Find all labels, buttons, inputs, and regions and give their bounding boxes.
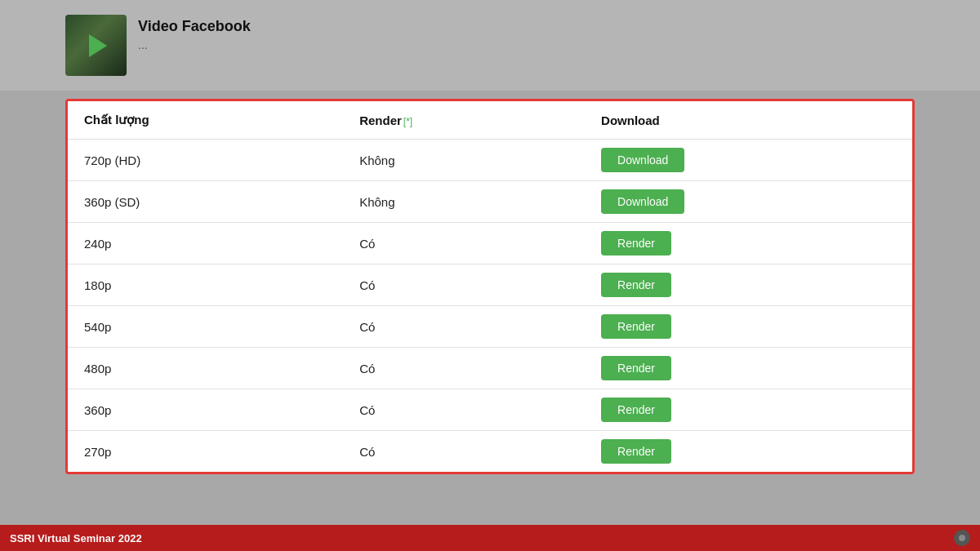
table-row: 360pCóRender xyxy=(68,389,912,431)
action-cell: Render xyxy=(585,264,912,306)
play-icon xyxy=(89,34,107,57)
action-cell: Render xyxy=(585,431,912,473)
render-cell: Có xyxy=(343,348,585,389)
quality-cell: 540p xyxy=(68,306,343,348)
render-cell: Có xyxy=(343,223,585,264)
quality-cell: 480p xyxy=(68,348,343,389)
render-cell: Có xyxy=(343,264,585,306)
col-header-quality: Chất lượng xyxy=(68,101,343,140)
action-cell: Render xyxy=(585,348,912,389)
render-cell: Không xyxy=(343,181,585,223)
quality-cell: 240p xyxy=(68,223,343,264)
render-button[interactable]: Render xyxy=(601,439,671,464)
video-subtitle: ... xyxy=(138,38,251,51)
table-row: 180pCóRender xyxy=(68,264,912,306)
bottom-bar: SSRI Virtual Seminar 2022 xyxy=(0,525,980,551)
action-cell: Download xyxy=(585,140,912,181)
quality-table: Chất lượng Render[*] Download 720p (HD)K… xyxy=(68,101,912,472)
bottom-bar-text: SSRI Virtual Seminar 2022 xyxy=(10,532,142,544)
action-cell: Render xyxy=(585,306,912,348)
table-row: 240pCóRender xyxy=(68,223,912,264)
bottom-bar-dot-inner xyxy=(959,535,965,541)
table-row: 540pCóRender xyxy=(68,306,912,348)
video-header: Video Facebook ... xyxy=(0,0,980,91)
action-cell: Render xyxy=(585,223,912,264)
quality-cell: 180p xyxy=(68,264,343,306)
render-cell: Có xyxy=(343,389,585,431)
quality-cell: 270p xyxy=(68,431,343,473)
action-cell: Download xyxy=(585,181,912,223)
render-cell: Có xyxy=(343,431,585,473)
table-row: 720p (HD)KhôngDownload xyxy=(68,140,912,181)
render-button[interactable]: Render xyxy=(601,398,671,422)
table-row: 270pCóRender xyxy=(68,431,912,473)
video-thumbnail xyxy=(65,15,127,76)
action-cell: Render xyxy=(585,389,912,431)
page-background: Video Facebook ... Chất lượng Render[*] … xyxy=(0,0,980,551)
table-row: 360p (SD)KhôngDownload xyxy=(68,181,912,223)
video-title: Video Facebook xyxy=(138,18,251,35)
col-header-download: Download xyxy=(585,101,912,140)
quality-cell: 360p xyxy=(68,389,343,431)
col-header-render: Render[*] xyxy=(343,101,585,140)
download-button[interactable]: Download xyxy=(601,189,684,214)
table-row: 480pCóRender xyxy=(68,348,912,389)
bottom-bar-dot xyxy=(954,530,970,546)
quality-table-container: Chất lượng Render[*] Download 720p (HD)K… xyxy=(65,99,915,474)
render-note: [*] xyxy=(403,116,412,127)
quality-cell: 360p (SD) xyxy=(68,181,343,223)
download-button[interactable]: Download xyxy=(601,148,684,172)
render-cell: Có xyxy=(343,306,585,348)
video-info: Video Facebook ... xyxy=(138,15,251,51)
thumbnail-image xyxy=(65,15,127,76)
render-button[interactable]: Render xyxy=(601,231,671,256)
render-button[interactable]: Render xyxy=(601,356,671,380)
table-header-row: Chất lượng Render[*] Download xyxy=(68,101,912,140)
render-button[interactable]: Render xyxy=(601,273,671,297)
quality-cell: 720p (HD) xyxy=(68,140,343,181)
render-button[interactable]: Render xyxy=(601,314,671,339)
render-cell: Không xyxy=(343,140,585,181)
